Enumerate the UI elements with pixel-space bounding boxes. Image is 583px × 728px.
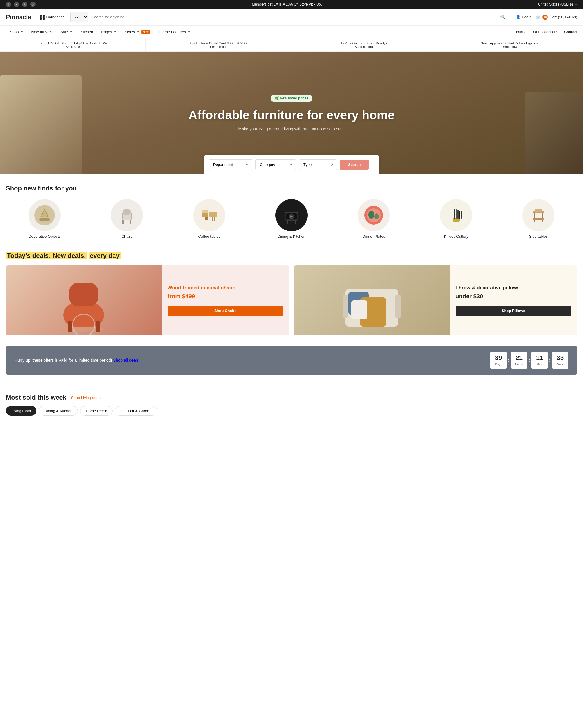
nav-item-new-arrivals[interactable]: New arrivals: [27, 26, 56, 38]
shop-all-deals-link[interactable]: Shop all deals: [113, 358, 139, 363]
filter-search-button[interactable]: Search: [340, 159, 369, 170]
timer-hours-number: 21: [515, 354, 523, 362]
chairs-image: [115, 204, 138, 227]
svg-rect-30: [461, 211, 462, 219]
promo-link-1[interactable]: Shop sale: [65, 45, 80, 48]
nav-journal[interactable]: Journal: [515, 26, 528, 38]
region-label: United States (USD $): [538, 2, 573, 6]
timer-days: 39 Days: [490, 352, 507, 369]
decorative-objects-image: [33, 204, 56, 227]
svg-rect-7: [131, 213, 132, 219]
category-dining-kitchen[interactable]: Dining & Kitchen: [253, 199, 330, 239]
category-knives-cutlery[interactable]: Knives Cutlery: [417, 199, 495, 239]
category-side-tables[interactable]: Side tables: [500, 199, 577, 239]
svg-rect-28: [457, 210, 459, 219]
nav-item-theme-features[interactable]: Theme Features: [154, 26, 194, 38]
search-button[interactable]: 🔍: [496, 12, 510, 22]
timer-days-number: 39: [494, 354, 503, 362]
logo[interactable]: Pinnacle: [6, 14, 31, 21]
promo-link-2[interactable]: Learn more: [210, 45, 226, 48]
svg-rect-47: [395, 294, 401, 318]
chevron-down-icon: [575, 4, 577, 5]
chevron-down-icon: [188, 31, 190, 33]
timer-separator-3: :: [549, 357, 551, 364]
cart-badge: 10: [543, 15, 548, 20]
tab-outdoor-garden[interactable]: Outdoor & Garden: [115, 406, 157, 416]
department-select[interactable]: Department: [209, 159, 252, 170]
timer-mins: 11 Mins: [531, 352, 548, 369]
category-dinner-plates[interactable]: Dinner Plates: [335, 199, 413, 239]
categories-button[interactable]: Categories: [40, 15, 64, 20]
category-circle-knives: [440, 199, 472, 231]
most-sold-tabs: Living room Dining & Kitchen Home Decor …: [6, 406, 577, 416]
tiktok-icon[interactable]: ♪: [30, 2, 35, 7]
category-circle-side: [522, 199, 554, 231]
category-decorative-objects[interactable]: Decorative Objects: [6, 199, 83, 239]
search-category-select[interactable]: All: [71, 12, 88, 22]
shop-chairs-button[interactable]: Shop Chairs: [168, 306, 283, 316]
most-sold-section: Most sold this week Shop Living room Liv…: [0, 383, 583, 426]
svg-rect-17: [287, 219, 288, 224]
new-badge: New: [141, 30, 150, 34]
shop-living-room-link[interactable]: Shop Living room: [71, 395, 101, 400]
category-coffee-tables[interactable]: Coffee tables: [170, 199, 248, 239]
nav-header: Pinnacle Categories All 🔍 👤 Login 🛒 10 C…: [0, 9, 583, 26]
top-bar: f ✕ ◎ ♪ Members get EXTRA 10% Off Store …: [0, 0, 583, 9]
promo-item-3: Is Your Outdoor Space Ready? Shop outdoo…: [292, 38, 437, 51]
countdown-text: Hurry up, these offers is valid for a li…: [15, 358, 112, 363]
category-chairs[interactable]: Chairs: [88, 199, 166, 239]
deal-content-pillows: Throw & decorative pillows under $30 Sho…: [450, 265, 577, 335]
social-icons: f ✕ ◎ ♪: [6, 2, 35, 7]
type-select[interactable]: Type: [299, 159, 337, 170]
promo-text-3: Is Your Outdoor Space Ready?: [341, 42, 387, 45]
nav-contact[interactable]: Contact: [564, 26, 577, 38]
search-input[interactable]: [88, 12, 496, 22]
deal-price-chairs: from $499: [168, 293, 283, 300]
svg-rect-38: [69, 283, 98, 306]
login-button[interactable]: 👤 Login: [516, 15, 532, 19]
main-nav: Shop New arrivals Sale Kitchen Pages Sty…: [0, 26, 583, 38]
chevron-down-icon: [114, 31, 116, 33]
countdown-bar: Hurry up, these offers is valid for a li…: [6, 346, 577, 374]
grid-icon: [40, 15, 44, 20]
dining-kitchen-image: [280, 204, 303, 227]
coffee-tables-image: [198, 204, 221, 227]
instagram-icon[interactable]: ◎: [22, 2, 27, 7]
promo-link-3[interactable]: Shop outdoor: [355, 45, 374, 48]
timer-hours-label: Hours: [515, 363, 523, 366]
svg-rect-14: [202, 210, 208, 213]
timer-secs-label: Secs: [557, 363, 563, 366]
svg-rect-29: [459, 211, 460, 219]
twitter-icon[interactable]: ✕: [14, 2, 19, 7]
nav-item-styles[interactable]: Styles New: [120, 26, 154, 38]
timer-separator-2: :: [528, 357, 530, 364]
nav-item-shop[interactable]: Shop: [6, 26, 27, 38]
category-label-coffee: Coffee tables: [198, 234, 220, 239]
facebook-icon[interactable]: f: [6, 2, 11, 7]
category-circle-plates: [358, 199, 390, 231]
svg-rect-27: [455, 209, 457, 219]
main-nav-left: Shop New arrivals Sale Kitchen Pages Sty…: [6, 26, 514, 38]
tab-living-room[interactable]: Living room: [6, 406, 36, 416]
nav-item-sale[interactable]: Sale: [56, 26, 76, 38]
category-select[interactable]: Category: [255, 159, 296, 170]
category-label-chairs: Chairs: [121, 234, 133, 239]
svg-rect-40: [95, 321, 100, 333]
nav-collections[interactable]: Our collections: [533, 26, 558, 38]
region-selector[interactable]: United States (USD $): [538, 2, 577, 6]
tab-home-decor[interactable]: Home Decor: [80, 406, 113, 416]
nav-item-kitchen[interactable]: Kitchen: [76, 26, 97, 38]
most-sold-title: Most sold this week: [6, 394, 66, 401]
promo-text-1: Extra 10% Off Store Pick-Up! Use Code FT…: [39, 42, 107, 45]
chair-illustration: [55, 271, 113, 335]
nav-item-pages[interactable]: Pages: [97, 26, 120, 38]
svg-rect-39: [67, 321, 72, 333]
most-sold-header: Most sold this week Shop Living room: [6, 394, 577, 401]
shop-pillows-button[interactable]: Shop Pillows: [455, 306, 571, 316]
timer-secs: 33 Secs: [552, 352, 568, 369]
hero-furniture-right: [525, 93, 583, 174]
deal-image-chairs: [6, 265, 162, 335]
promo-link-4[interactable]: Shop now: [503, 45, 518, 48]
tab-dining-kitchen[interactable]: Dining & Kitchen: [39, 406, 78, 416]
cart-button[interactable]: 🛒 10 Cart ($8,174.69): [536, 15, 577, 20]
